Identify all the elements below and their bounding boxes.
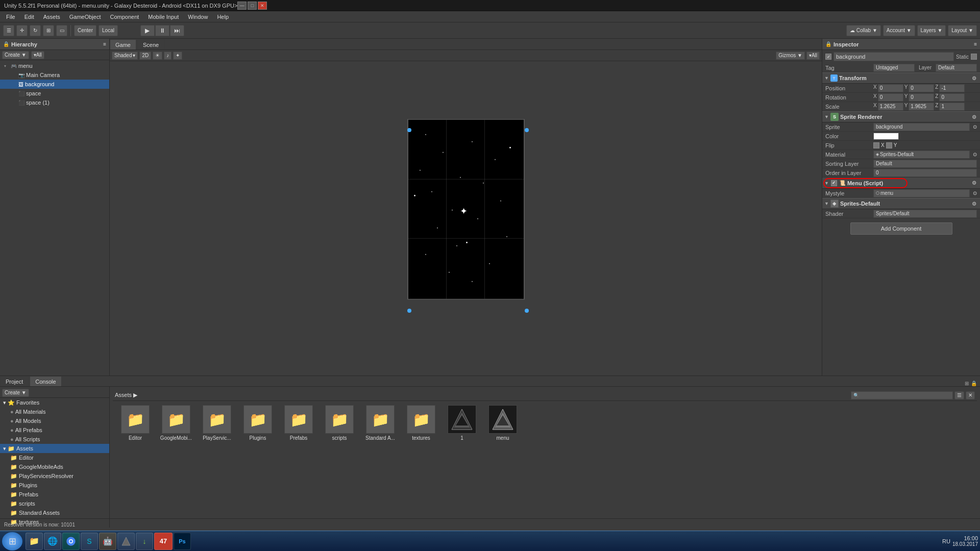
hierarchy-menu-icon[interactable]: ≡ bbox=[103, 41, 106, 47]
step-btn[interactable]: ⏭ bbox=[170, 25, 184, 36]
hierarchy-item-menu[interactable]: ▾ 🎮 menu bbox=[0, 61, 109, 70]
shader-value[interactable]: Sprites/Default bbox=[873, 210, 977, 218]
asset-plugins[interactable]: 📁 Plugins bbox=[239, 405, 276, 441]
hierarchy-create-btn[interactable]: Create ▼ bbox=[2, 51, 29, 59]
project-create-btn[interactable]: Create ▼ bbox=[2, 389, 29, 397]
tag-value[interactable]: Untagged bbox=[873, 64, 915, 72]
rot-y-value[interactable]: 0 bbox=[909, 93, 934, 102]
taskbar-ie[interactable]: 🌐 bbox=[44, 533, 61, 550]
asset-googlemobileads[interactable]: 📁 GoogleMobi... bbox=[158, 405, 194, 441]
center-toggle[interactable]: Center bbox=[74, 25, 96, 36]
layout-btn[interactable]: Layout ▼ bbox=[948, 25, 977, 36]
active-checkbox[interactable]: ✓ bbox=[825, 54, 831, 60]
project-standard[interactable]: 📁 Standard Assets bbox=[0, 508, 109, 517]
asset-textures[interactable]: 📁 textures bbox=[403, 405, 439, 441]
sca-x-value[interactable]: 1.2625 bbox=[878, 103, 903, 111]
taskbar-explorer[interactable]: 📁 bbox=[26, 533, 43, 550]
project-scripts[interactable]: 📁 scripts bbox=[0, 499, 109, 508]
menu-window[interactable]: Window bbox=[184, 13, 212, 21]
bottom-lock[interactable]: 🔒 bbox=[971, 381, 977, 386]
assets-breadcrumb[interactable]: Assets ▶ bbox=[115, 392, 137, 398]
add-component-btn[interactable]: Add Component bbox=[850, 222, 952, 235]
hierarchy-all-btn[interactable]: ▾All bbox=[31, 51, 44, 59]
menu-file[interactable]: File bbox=[2, 13, 19, 21]
pos-x-value[interactable]: 0 bbox=[878, 84, 903, 92]
flip-y-check[interactable] bbox=[886, 142, 892, 148]
taskbar-uget[interactable]: ↓ bbox=[136, 533, 153, 550]
menu-component[interactable]: Component bbox=[106, 13, 143, 21]
pause-btn[interactable]: ⏸ bbox=[155, 25, 169, 36]
project-all-models[interactable]: ● All Models bbox=[0, 416, 109, 425]
hierarchy-item-space[interactable]: ⬛ space bbox=[0, 89, 109, 98]
ms-enabled[interactable]: ✓ bbox=[831, 180, 837, 186]
tab-console[interactable]: Console bbox=[30, 376, 61, 386]
project-all-materials[interactable]: ● All Materials bbox=[0, 407, 109, 416]
scene-all-btn[interactable]: ▾All bbox=[806, 52, 820, 60]
project-playservices[interactable]: 📁 PlayServicesResolver bbox=[0, 471, 109, 481]
transform-cog[interactable]: ⚙ bbox=[970, 74, 978, 82]
audio-btn[interactable]: ♪ bbox=[164, 52, 172, 60]
project-all-prefabs[interactable]: ● All Prefabs bbox=[0, 425, 109, 435]
start-button[interactable]: ⊞ bbox=[2, 532, 22, 550]
menu-mobileinput[interactable]: Mobile Input bbox=[144, 13, 183, 21]
layers-btn[interactable]: Layers ▼ bbox=[917, 25, 946, 36]
account-btn[interactable]: Account ▼ bbox=[883, 25, 915, 36]
menu-edit[interactable]: Edit bbox=[20, 13, 38, 21]
menu-assets[interactable]: Assets bbox=[39, 13, 64, 21]
tool-rect[interactable]: ▭ bbox=[56, 25, 67, 36]
hierarchy-item-maincamera[interactable]: 📷 Main Camera bbox=[0, 70, 109, 80]
asset-menu[interactable]: menu bbox=[484, 405, 521, 441]
shading-dropdown[interactable]: Shaded ▾ bbox=[112, 52, 138, 60]
color-swatch[interactable] bbox=[873, 133, 899, 140]
maximize-btn[interactable]: □ bbox=[248, 2, 257, 10]
search-clear-btn[interactable]: ✕ bbox=[966, 391, 975, 399]
sd-cog[interactable]: ⚙ bbox=[970, 199, 978, 208]
handle-tl[interactable] bbox=[407, 128, 411, 132]
handle-bl[interactable] bbox=[407, 309, 411, 313]
bottom-maximize[interactable]: ⊞ bbox=[965, 381, 969, 386]
menu-gameobject[interactable]: GameObject bbox=[65, 13, 105, 21]
close-btn[interactable]: ✕ bbox=[258, 2, 267, 10]
pos-z-value[interactable]: -1 bbox=[939, 84, 965, 92]
2d-btn[interactable]: 2D bbox=[139, 52, 151, 60]
project-favorites-header[interactable]: ▾ ⭐ Favorites bbox=[0, 398, 109, 407]
hierarchy-item-background[interactable]: 🖼 background bbox=[0, 80, 109, 89]
transform-collapse[interactable]: ▼ bbox=[824, 76, 829, 81]
search-box[interactable]: 🔍 bbox=[851, 391, 953, 399]
inspector-menu-icon[interactable]: ≡ bbox=[974, 41, 977, 47]
asset-1[interactable]: 1 bbox=[444, 405, 480, 441]
taskbar-chrome[interactable] bbox=[62, 533, 80, 550]
handle-tr[interactable] bbox=[525, 128, 529, 132]
effects-btn[interactable]: ✦ bbox=[173, 52, 182, 60]
taskbar-android[interactable]: 🤖 bbox=[99, 533, 116, 550]
asset-scripts[interactable]: 📁 scripts bbox=[321, 405, 358, 441]
taskbar-badge47[interactable]: 47 bbox=[154, 533, 173, 550]
ms-collapse[interactable]: ▼ bbox=[824, 181, 829, 186]
rot-x-value[interactable]: 0 bbox=[878, 93, 903, 102]
ms-cog[interactable]: ⚙ bbox=[970, 179, 978, 187]
taskbar-unity[interactable] bbox=[117, 533, 135, 550]
rot-z-value[interactable]: 0 bbox=[939, 93, 965, 102]
search-filter-btn[interactable]: ☰ bbox=[954, 391, 964, 399]
local-toggle[interactable]: Local bbox=[99, 25, 118, 36]
project-assets-header[interactable]: ▾ 📁 Assets bbox=[0, 444, 109, 453]
flip-x-check[interactable] bbox=[873, 142, 879, 148]
project-plugins[interactable]: 📁 Plugins bbox=[0, 481, 109, 490]
asset-prefabs[interactable]: 📁 Prefabs bbox=[280, 405, 317, 441]
mystyle-picker[interactable]: ⊙ bbox=[973, 190, 977, 196]
tab-game[interactable]: Game bbox=[110, 39, 136, 49]
lighting-btn[interactable]: ☀ bbox=[153, 52, 162, 60]
minimize-btn[interactable]: — bbox=[237, 2, 247, 10]
tool-rotate[interactable]: ↻ bbox=[30, 25, 41, 36]
material-picker[interactable]: ⊙ bbox=[973, 152, 977, 157]
sd-collapse[interactable]: ▼ bbox=[824, 201, 829, 206]
tool-scale[interactable]: ⊞ bbox=[43, 25, 54, 36]
tab-project[interactable]: Project bbox=[0, 376, 29, 386]
taskbar-skype[interactable]: S bbox=[81, 533, 98, 550]
sca-z-value[interactable]: 1 bbox=[939, 103, 965, 111]
collab-btn[interactable]: ☁ Collab ▼ bbox=[846, 25, 881, 36]
layer-value[interactable]: Default bbox=[936, 64, 977, 72]
sorting-layer-value[interactable]: Default bbox=[873, 160, 977, 168]
asset-editor[interactable]: 📁 Editor bbox=[117, 405, 154, 441]
order-value[interactable]: 0 bbox=[873, 169, 977, 177]
